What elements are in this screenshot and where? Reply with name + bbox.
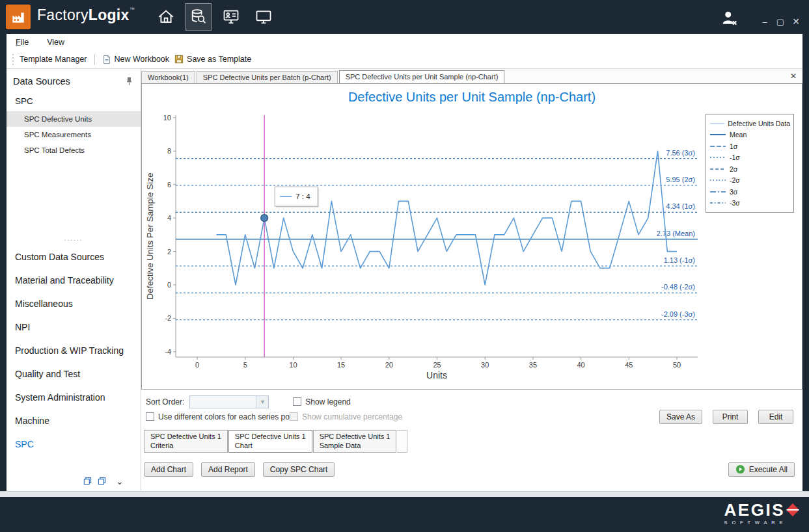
copy-spc-chart-button[interactable]: Copy SPC Chart: [263, 462, 335, 477]
save-as-template-button[interactable]: Save as Template: [172, 53, 254, 65]
add-chart-button[interactable]: Add Chart: [144, 462, 193, 477]
execute-all-button[interactable]: Execute All: [728, 462, 795, 477]
svg-text:Defective Units Per Sample Siz: Defective Units Per Sample Size: [145, 172, 155, 299]
checkbox-box[interactable]: [146, 412, 154, 421]
workarea: Workbook(1)SPC Defective Units per Batch…: [141, 69, 802, 490]
document-tab[interactable]: SPC Defective Units per Unit Sample (np-…: [339, 70, 505, 83]
svg-text:0: 0: [167, 281, 171, 289]
tile-windows-icon[interactable]: [98, 477, 106, 485]
tab-close-icon[interactable]: ✕: [790, 72, 802, 83]
menubar: File View: [7, 34, 802, 50]
legend-entry: -2σ: [709, 175, 790, 187]
sidebar-category[interactable]: Custom Data Sources: [7, 245, 141, 269]
sidebar-category[interactable]: Production & WIP Tracking: [7, 339, 141, 362]
user-logout-icon[interactable]: [719, 8, 739, 31]
toolbar: Template Manager New Workbook Save as Te…: [7, 50, 802, 69]
sidebar-category[interactable]: Miscellaneous: [7, 292, 141, 315]
sidebar-category[interactable]: SPC: [7, 432, 141, 456]
checkbox-label: Show legend: [305, 397, 350, 406]
svg-text:6: 6: [167, 181, 171, 189]
checkbox-box[interactable]: [293, 397, 301, 406]
sidebar-category[interactable]: Material and Traceability: [7, 269, 141, 292]
document-tab[interactable]: SPC Defective Units per Batch (p-Chart): [197, 71, 338, 83]
sidebar-category[interactable]: Quality and Test: [7, 362, 141, 386]
cascade-windows-icon[interactable]: [83, 477, 92, 485]
data-source-search-icon[interactable]: [185, 3, 212, 31]
checkbox-label: Use different colors for each series poi…: [158, 412, 298, 421]
aegis-diamond-icon: [786, 503, 799, 516]
sidebar-item[interactable]: SPC Measurements: [7, 127, 141, 142]
svg-text:1.13 (-1σ): 1.13 (-1σ): [664, 256, 695, 264]
template-manager-button[interactable]: Template Manager: [17, 53, 90, 65]
legend-entry: Defective Units Data: [709, 118, 790, 129]
document-tab[interactable]: Workbook(1): [141, 71, 195, 83]
sidebar-item[interactable]: SPC Total Defects: [7, 142, 141, 158]
svg-text:Units: Units: [426, 370, 447, 380]
legend-entry: -1σ: [709, 152, 790, 164]
spc-subtab[interactable]: SPC Defective Units 1Sample Data: [313, 430, 397, 453]
svg-text:-4: -4: [165, 348, 171, 356]
toolbar-separator: [94, 54, 95, 65]
checkbox-box[interactable]: [290, 412, 298, 421]
legend-entry: 3σ: [709, 186, 790, 198]
sidebar-category[interactable]: System Administration: [7, 386, 141, 409]
svg-text:5: 5: [243, 361, 247, 369]
menu-view[interactable]: View: [47, 38, 64, 47]
training-screen-icon[interactable]: [217, 3, 245, 31]
show-cumulative-checkbox[interactable]: Show cumulative percentage: [290, 412, 402, 421]
sidebar-title: Data Sources: [13, 76, 70, 86]
edit-button[interactable]: Edit: [758, 410, 793, 424]
svg-text:10: 10: [289, 361, 297, 369]
menu-file[interactable]: File: [16, 38, 29, 47]
main-content: File View Template Manager New Workbook: [7, 34, 802, 491]
status-band: [0, 491, 809, 497]
close-button[interactable]: ✕: [789, 16, 802, 27]
spc-subtab[interactable]: SPC Defective Units 1Chart: [228, 430, 312, 453]
aegis-brand-text: AEGIS: [724, 501, 785, 518]
home-icon[interactable]: [152, 3, 180, 31]
svg-text:4.34 (1σ): 4.34 (1σ): [666, 202, 695, 210]
svg-text:5.95 (2σ): 5.95 (2σ): [666, 176, 695, 183]
svg-text:15: 15: [337, 361, 345, 369]
chart-panel: Defective Units per Unit Sample (np-Char…: [141, 83, 802, 390]
save-template-icon: [174, 55, 184, 64]
minimize-button[interactable]: –: [758, 17, 771, 27]
svg-text:50: 50: [673, 361, 681, 369]
svg-text:7.56 (3σ): 7.56 (3σ): [666, 149, 695, 157]
spc-subtabs: SPC Defective Units 1CriteriaSPC Defecti…: [141, 430, 802, 453]
maximize-button[interactable]: ▢: [774, 17, 787, 27]
chart-title: Defective Units per Unit Sample (np-Char…: [142, 90, 802, 105]
svg-text:-2: -2: [165, 314, 171, 322]
factory-logo-icon: [10, 8, 27, 25]
use-different-colors-checkbox[interactable]: Use different colors for each series poi…: [146, 412, 298, 421]
sort-order-select[interactable]: ▼: [189, 395, 269, 408]
spc-subtab[interactable]: SPC Defective Units 1Criteria: [144, 430, 228, 453]
print-button[interactable]: Print: [713, 410, 748, 424]
legend-entry: Mean: [709, 129, 790, 141]
svg-text:25: 25: [433, 361, 441, 369]
app-title: FactoryLogix™: [37, 7, 135, 24]
aegis-sub-text: SOFTWARE: [724, 520, 797, 525]
save-as-button[interactable]: Save As: [659, 410, 702, 424]
show-legend-checkbox[interactable]: Show legend: [293, 397, 350, 406]
np-chart-plot[interactable]: 1086420-2-4051015202530354045507.56 (3σ)…: [142, 110, 702, 386]
svg-text:30: 30: [481, 361, 489, 369]
sidebar-splitter[interactable]: ......: [7, 235, 141, 245]
sidebar-category[interactable]: NPI: [7, 315, 141, 339]
new-workbook-button[interactable]: New Workbook: [100, 53, 172, 66]
sidebar-category[interactable]: Machine: [7, 409, 141, 432]
toolbar-grip[interactable]: [12, 54, 14, 65]
sidebar-item[interactable]: SPC Defective Units: [7, 111, 141, 127]
add-report-button[interactable]: Add Report: [201, 462, 255, 477]
svg-text:10: 10: [163, 114, 171, 122]
actions-bar: Add ChartAdd ReportCopy SPC Chart Execut…: [141, 462, 802, 477]
bottom-bar: AEGIS SOFTWARE: [0, 497, 809, 532]
sidebar-group-spc[interactable]: SPC: [7, 89, 141, 111]
chevron-down-icon[interactable]: ⌄: [116, 478, 124, 485]
svg-text:45: 45: [625, 361, 633, 369]
monitor-icon[interactable]: [250, 3, 277, 31]
subtab-stub[interactable]: [397, 430, 407, 453]
app-window: FactoryLogix™: [0, 0, 809, 532]
pin-icon[interactable]: [126, 77, 133, 86]
svg-text:2.73 (Mean): 2.73 (Mean): [657, 230, 695, 237]
